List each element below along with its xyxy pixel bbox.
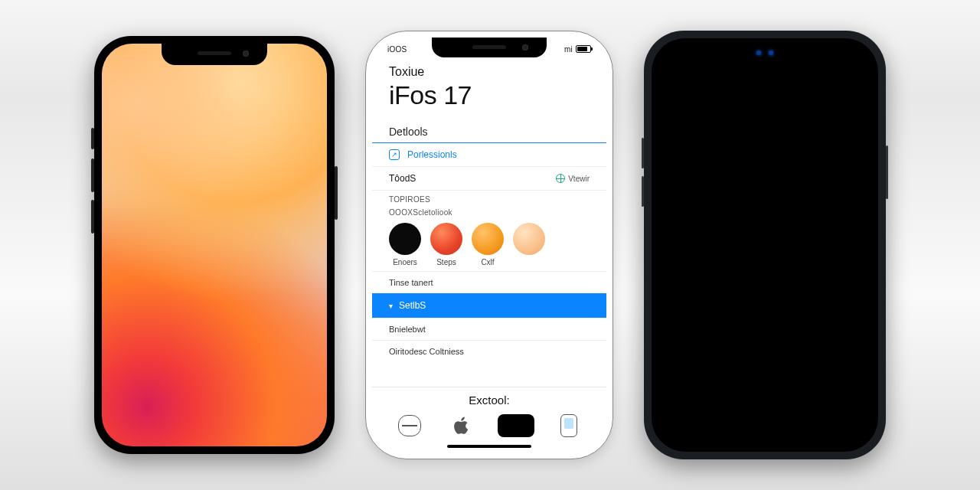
front-camera	[243, 51, 249, 57]
section-heading-topiroes: TOPIROES	[372, 191, 606, 205]
display-notch	[162, 44, 267, 65]
tab-stack[interactable]	[391, 413, 428, 439]
page-header: Toxiue iFos 17	[372, 60, 606, 118]
page-title: iFos 17	[389, 80, 590, 110]
section-subheading: OOOXScletoliook	[372, 205, 606, 218]
led-dot-icon	[769, 51, 773, 55]
color-swatch-row	[372, 218, 606, 258]
power-button	[886, 145, 888, 199]
row-highlight-setlbs[interactable]: ▾ SetlbS	[372, 293, 606, 318]
row-bnielebwt[interactable]: Bnielebwt	[372, 318, 606, 340]
sensor-leds	[756, 51, 773, 55]
row-toods-trail: Vtewir	[568, 175, 590, 183]
phone-off-device	[644, 31, 886, 459]
signal-label: mi	[564, 45, 573, 54]
row-oiritodesc[interactable]: Oiritodesc Coltniess	[372, 340, 606, 362]
row-toods-label: TôodS	[389, 173, 416, 184]
swatch-red[interactable]	[430, 223, 462, 255]
volume-up-button	[91, 158, 94, 192]
swatch-labels-row: Enoers Steps Cxlf	[372, 258, 606, 271]
phone-settings-device: iOOS mi Toxiue iFos 17 Detlools ↗ Porles…	[365, 31, 613, 459]
swatch-peach[interactable]	[513, 223, 545, 255]
volume-up-button	[642, 138, 644, 168]
tab-dark-pill[interactable]	[498, 413, 534, 439]
dark-pill-icon	[498, 414, 534, 437]
swatch-label-4	[513, 258, 545, 266]
led-dot-icon	[756, 51, 761, 55]
device-icon	[560, 414, 577, 437]
link-square-icon: ↗	[389, 149, 400, 160]
blank-screen	[652, 38, 878, 452]
header-eyebrow: Toxiue	[389, 65, 590, 79]
swatch-label-2: Steps	[430, 258, 462, 266]
battery-icon	[576, 45, 591, 53]
swatch-black[interactable]	[389, 223, 421, 255]
tab-device[interactable]	[550, 413, 587, 439]
row-toods[interactable]: TôodS Vtewir	[372, 167, 606, 191]
carrier-label: iOOS	[387, 45, 407, 54]
wallpaper-screen	[102, 44, 327, 446]
swatch-label-3: Cxlf	[472, 258, 504, 266]
mute-switch	[91, 128, 94, 149]
globe-icon	[556, 174, 565, 183]
swatch-label-1: Enoers	[389, 258, 421, 266]
display-notch	[432, 38, 547, 57]
row-professionals[interactable]: ↗ Porlessionls	[372, 143, 606, 167]
row-professionals-label: Porlessionls	[407, 149, 457, 160]
apple-logo-icon	[454, 416, 471, 436]
footer-label: Exctool:	[372, 387, 606, 410]
stack-icon	[398, 415, 421, 436]
volume-down-button	[642, 176, 644, 207]
phone-wallpaper-device	[94, 36, 335, 454]
speaker-grille	[472, 45, 506, 49]
row-tinse[interactable]: Tinse tanert	[372, 271, 606, 293]
caret-down-icon: ▾	[389, 302, 393, 310]
front-camera	[522, 44, 528, 51]
row-highlight-label: SetlbS	[399, 300, 426, 311]
home-indicator[interactable]	[447, 445, 531, 448]
settings-screen: iOOS mi Toxiue iFos 17 Detlools ↗ Porles…	[372, 38, 606, 452]
section-heading-details: Detlools	[372, 118, 606, 143]
speaker-grille	[198, 51, 231, 55]
power-button	[335, 166, 338, 220]
tab-apple[interactable]	[444, 413, 481, 439]
swatch-orange[interactable]	[472, 223, 504, 255]
volume-down-button	[91, 200, 94, 234]
